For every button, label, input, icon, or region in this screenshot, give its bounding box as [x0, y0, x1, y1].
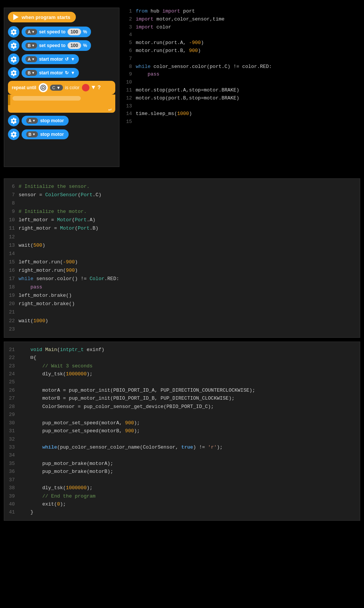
color-red-dot — [82, 84, 89, 91]
direction-dropdown-2[interactable]: ▼ — [71, 70, 75, 76]
s2-line-7: 7 sensor = ColorSensor(Port.C) — [8, 191, 356, 199]
s3-text-28: ColorSensor = pup_color_sensor_get_devic… — [19, 403, 214, 411]
s3-num-32: 32 — [8, 435, 19, 443]
s2-line-9: 9 # Initialize the motor. — [8, 208, 356, 216]
s3-num-30: 30 — [8, 419, 19, 427]
line-num-9: 9 — [125, 71, 136, 79]
block-row-stop-2: B ▼ stop motor — [8, 129, 115, 140]
s3-text-33: while(pup_color_sensor_color_name(ColorS… — [19, 443, 223, 451]
s3-text-35: pup_motor_brake(motorA); — [19, 460, 113, 468]
block-row-4: B ▼ start motor ↻ ▼ — [8, 67, 115, 79]
code-line-7: 7 — [125, 55, 360, 63]
loop-bottom: ↵ — [8, 105, 115, 113]
svg-point-0 — [41, 85, 46, 90]
set-speed-block-2[interactable]: B ▼ set speed to 100 % — [22, 40, 91, 51]
port-A-badge-2[interactable]: A ▼ — [25, 56, 37, 62]
s3-line-31: 31 pup_motor_set_speed(motorB, 900); — [8, 427, 356, 435]
code-line-1: 1 from hub import port — [125, 8, 360, 16]
start-label: when program starts — [22, 14, 71, 20]
s2-line-22: 22 wait(1000) — [8, 317, 356, 325]
speed-value-1: 100 — [67, 28, 81, 35]
s3-num-21: 21 — [8, 346, 19, 354]
code-line-9: 9 pass — [125, 71, 360, 79]
line-num-5: 5 — [125, 39, 136, 47]
code-text-7 — [136, 55, 139, 63]
s2-num-19: 19 — [8, 291, 19, 300]
stop-motor-block-1[interactable]: A ▼ stop motor — [22, 116, 69, 126]
s2-num-17: 17 — [8, 275, 19, 283]
s2-line-19: 19 left_motor.brake() — [8, 291, 356, 300]
s3-num-22: 22 — [8, 354, 19, 362]
line-num-12: 12 — [125, 95, 136, 102]
s3-num-33: 33 — [8, 443, 19, 451]
s2-num-14: 14 — [8, 250, 19, 258]
s3-line-28: 28 ColorSensor = pup_color_sensor_get_de… — [8, 403, 356, 411]
stop-motor-block-2[interactable]: B ▼ stop motor — [22, 129, 69, 139]
s2-num-18: 18 — [8, 283, 19, 291]
code-text-13 — [136, 102, 139, 110]
s3-text-24: dly_tsk(1000000); — [19, 370, 93, 378]
s2-num-16: 16 — [8, 266, 19, 275]
color-dropdown[interactable]: ▼ — [92, 84, 96, 91]
port-B-stop[interactable]: B ▼ — [26, 131, 38, 137]
s3-num-29: 29 — [8, 411, 19, 419]
code-text-11: motor.stop(port.A,stop=motor.BRAKE) — [136, 87, 239, 95]
code-line-6: 6 motor.run(port.B, 900) — [125, 47, 360, 55]
direction-2: ↻ — [65, 70, 69, 76]
start-motor-block-2[interactable]: B ▼ start motor ↻ ▼ — [22, 68, 79, 78]
s2-text-20: right_motor.brake() — [19, 300, 75, 308]
line-num-13: 13 — [125, 102, 136, 110]
line-num-10: 10 — [125, 79, 136, 87]
s3-line-33: 33 while(pup_color_sensor_color_name(Col… — [8, 443, 356, 451]
motor-icon-2 — [8, 40, 19, 51]
motor-icon-1 — [8, 26, 19, 38]
line-num-15: 15 — [125, 118, 136, 126]
repeat-until-block[interactable]: repeat until C ▼ is color ▼ ? — [8, 81, 115, 95]
s2-text-23 — [19, 325, 22, 334]
port-A-stop[interactable]: A ▼ — [26, 118, 38, 124]
s2-text-19: left_motor.brake() — [19, 291, 72, 300]
block-row-2: B ▼ set speed to 100 % — [8, 40, 115, 51]
s2-num-8: 8 — [8, 199, 19, 208]
s3-text-21: void Main(intptr_t exinf) — [19, 346, 104, 354]
s2-text-8 — [19, 199, 22, 208]
port-B-badge-1[interactable]: B ▼ — [25, 43, 37, 49]
svg-point-1 — [42, 87, 44, 89]
s3-num-38: 38 — [8, 484, 19, 492]
s2-line-8: 8 — [8, 199, 356, 208]
s2-text-16: right_motor.run(900) — [19, 266, 78, 275]
s2-line-14: 14 — [8, 250, 356, 258]
question-mark: ? — [97, 85, 100, 91]
code-text-1: from hub import port — [136, 8, 195, 16]
s3-num-23: 23 — [8, 362, 19, 370]
s3-line-40: 40 exit(0); — [8, 500, 356, 508]
code-text-8: while color_sensor.color(port.C) != colo… — [136, 63, 272, 71]
s2-line-15: 15 left_motor.run(-900) — [8, 258, 356, 266]
start-motor-block-1[interactable]: A ▼ start motor ↺ ▼ — [22, 54, 79, 64]
port-A-badge-1[interactable]: A ▼ — [25, 29, 37, 35]
s3-text-39: // End the program — [19, 492, 96, 500]
s2-line-10: 10 left_motor = Motor(Port.A) — [8, 216, 356, 224]
s3-text-25 — [19, 378, 22, 386]
block-row-stop-1: A ▼ stop motor — [8, 115, 115, 126]
s3-line-39: 39 // End the program — [8, 492, 356, 500]
s3-line-27: 27 motorB = pup_motor_init(PBIO_PORT_ID_… — [8, 394, 356, 402]
s3-line-29: 29 — [8, 411, 356, 419]
code-text-6: motor.run(port.B, 900) — [136, 47, 201, 55]
direction-dropdown-1[interactable]: ▼ — [71, 57, 75, 62]
s3-text-30: pup_motor_set_speed(motorA, 900); — [19, 419, 140, 427]
s3-text-40: exit(0); — [19, 500, 66, 508]
s3-text-36: pup_motor_brake(motorB); — [19, 468, 113, 476]
when-program-starts-block[interactable]: when program starts — [8, 12, 76, 22]
sensor-port-select[interactable]: C ▼ — [50, 85, 63, 91]
set-speed-block-1[interactable]: A ▼ set speed to 100 % — [22, 27, 91, 37]
code-line-4: 4 — [125, 31, 360, 39]
s2-text-12 — [19, 233, 22, 241]
s2-num-23: 23 — [8, 325, 19, 334]
set-speed-label-2: set speed to — [39, 43, 66, 48]
code-text-3: import color — [136, 24, 171, 32]
code-panel-1: 1 from hub import port 2 import motor,co… — [123, 4, 364, 171]
s3-line-35: 35 pup_motor_brake(motorA); — [8, 460, 356, 468]
port-B-badge-2[interactable]: B ▼ — [25, 70, 37, 76]
s3-num-36: 36 — [8, 468, 19, 476]
